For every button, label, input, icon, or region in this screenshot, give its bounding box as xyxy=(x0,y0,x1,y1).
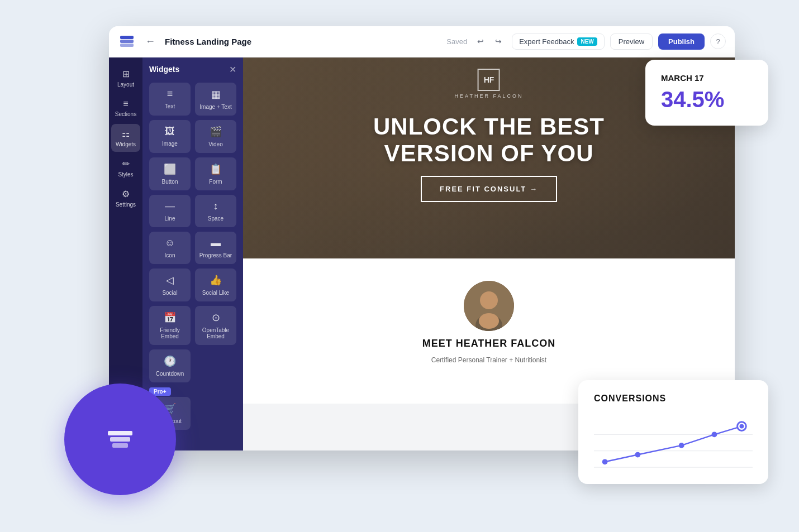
social-like-widget-label: Social Like xyxy=(202,290,229,296)
countdown-widget-label: Countdown xyxy=(156,371,184,377)
widgets-panel-title: Widgets xyxy=(149,65,179,74)
widget-form[interactable]: 📋 Form xyxy=(195,157,236,190)
brand-logo: HF HEATHER FALCON xyxy=(455,69,524,99)
expert-feedback-label: Expert Feedback xyxy=(519,37,574,46)
sidebar-item-styles[interactable]: ✏ Styles xyxy=(111,154,140,182)
svg-rect-2 xyxy=(120,36,134,39)
layer-3 xyxy=(112,443,128,448)
form-widget-icon: 📋 xyxy=(210,163,222,175)
conversions-chart-svg xyxy=(594,415,753,471)
icon-widget-icon: ☺ xyxy=(165,237,175,249)
opentable-widget-label: OpenTable Embed xyxy=(198,327,233,339)
line-widget-label: Line xyxy=(165,215,175,222)
trainer-avatar-image xyxy=(464,281,514,331)
svg-point-13 xyxy=(712,432,717,437)
sections-icon: ≡ xyxy=(123,99,128,109)
widgets-close-button[interactable]: ✕ xyxy=(229,64,236,75)
widget-icon[interactable]: ☺ Icon xyxy=(149,232,191,264)
widget-image[interactable]: 🖼 Image xyxy=(149,120,191,153)
sidebar-label-settings: Settings xyxy=(116,202,136,208)
trainer-avatar xyxy=(464,281,514,331)
layout-icon: ⊞ xyxy=(122,69,130,79)
new-badge: NEW xyxy=(577,37,597,46)
widget-text[interactable]: ≡ Text xyxy=(149,83,191,116)
saved-status: Saved xyxy=(446,37,467,46)
card-conversions: CONVERSIONS xyxy=(578,380,768,484)
top-bar: ← Fitness Landing Page Saved ↩ ↪ Expert … xyxy=(109,26,735,57)
video-widget-icon: 🎬 xyxy=(210,126,222,138)
hero-headline-line2: VERSION OF YOU xyxy=(373,140,605,167)
back-button[interactable]: ← xyxy=(142,33,158,49)
hero-headline-line1: UNLOCK THE BEST xyxy=(373,113,605,140)
widget-social-like[interactable]: 👍 Social Like xyxy=(195,269,236,301)
widget-opentable[interactable]: ⊙ OpenTable Embed xyxy=(195,306,236,345)
card-march-date: MARCH 17 xyxy=(661,73,753,83)
countdown-widget-icon: 🕐 xyxy=(164,355,176,367)
layer-1 xyxy=(108,431,132,435)
image-widget-icon: 🖼 xyxy=(165,126,175,137)
brand-name: HEATHER FALCON xyxy=(455,93,524,99)
progress-bar-widget-label: Progress Bar xyxy=(199,252,232,258)
hero-cta-button[interactable]: FREE FIT CONSULT → xyxy=(421,176,557,202)
text-widget-icon: ≡ xyxy=(167,88,173,100)
sidebar-item-sections[interactable]: ≡ Sections xyxy=(111,94,140,122)
friendly-embed-widget-icon: 📅 xyxy=(164,311,176,324)
friendly-embed-widget-label: Friendly Embed xyxy=(153,327,187,339)
icon-widget-label: Icon xyxy=(165,252,175,258)
widget-button[interactable]: ⬜ Button xyxy=(149,157,191,190)
svg-point-15 xyxy=(739,424,744,428)
widgets-icon: ⚏ xyxy=(122,128,130,139)
brand-initials: HF xyxy=(478,69,500,91)
video-widget-label: Video xyxy=(208,141,222,147)
widget-video[interactable]: 🎬 Video xyxy=(195,120,236,153)
widget-progress-bar[interactable]: ▬ Progress Bar xyxy=(195,232,236,264)
sidebar-label-sections: Sections xyxy=(115,111,136,117)
logo-layers-icon xyxy=(108,431,132,448)
space-widget-icon: ↕ xyxy=(213,200,218,212)
widget-line[interactable]: — Line xyxy=(149,195,191,227)
widget-social[interactable]: ◁ Social xyxy=(149,269,191,301)
svg-point-4 xyxy=(480,291,498,309)
svg-rect-1 xyxy=(120,40,134,43)
widgets-panel: Widgets ✕ ≡ Text ▦ Image + Text 🖼 Image xyxy=(142,57,243,450)
redo-button[interactable]: ↪ xyxy=(491,33,506,49)
help-button[interactable]: ? xyxy=(710,33,726,49)
space-widget-label: Space xyxy=(208,215,223,222)
meet-trainer-name: MEET HEATHER FALCON xyxy=(422,338,556,349)
card-march-value: 34.5% xyxy=(661,87,753,112)
social-like-widget-icon: 👍 xyxy=(210,274,222,286)
widget-image-text[interactable]: ▦ Image + Text xyxy=(195,83,236,116)
styles-icon: ✏ xyxy=(122,159,130,169)
form-widget-label: Form xyxy=(209,179,222,185)
logo-stack-icon xyxy=(118,32,136,50)
sidebar-item-settings[interactable]: ⚙ Settings xyxy=(111,184,140,212)
svg-rect-0 xyxy=(120,44,134,47)
page-title: Fitness Landing Page xyxy=(165,37,251,46)
card-conversions-title: CONVERSIONS xyxy=(594,394,753,404)
scene: ← Fitness Landing Page Saved ↩ ↪ Expert … xyxy=(64,26,735,506)
widget-space[interactable]: ↕ Space xyxy=(195,195,236,227)
sidebar-label-styles: Styles xyxy=(118,171,133,178)
svg-point-6 xyxy=(479,313,499,329)
pro-badge-row: Pro+ xyxy=(149,386,236,396)
sidebar-item-widgets[interactable]: ⚏ Widgets xyxy=(111,124,140,152)
brand-logo-circle xyxy=(64,384,176,495)
publish-button[interactable]: Publish xyxy=(658,33,705,50)
conversions-chart xyxy=(594,415,753,471)
sidebar-label-layout: Layout xyxy=(117,82,134,88)
expert-feedback-button[interactable]: Expert Feedback NEW xyxy=(512,33,605,50)
svg-point-11 xyxy=(635,452,640,457)
preview-button[interactable]: Preview xyxy=(610,33,653,50)
undo-button[interactable]: ↩ xyxy=(473,33,488,49)
meet-trainer-title: Certified Personal Trainer + Nutritionis… xyxy=(431,356,546,364)
widget-friendly-embed[interactable]: 📅 Friendly Embed xyxy=(149,306,191,345)
widget-countdown[interactable]: 🕐 Countdown xyxy=(149,349,191,382)
sidebar-item-layout[interactable]: ⊞ Layout xyxy=(111,64,140,92)
app-logo xyxy=(118,32,136,50)
svg-point-10 xyxy=(602,459,608,464)
svg-point-12 xyxy=(679,443,684,448)
sidebar-label-widgets: Widgets xyxy=(116,141,136,147)
widgets-grid: ≡ Text ▦ Image + Text 🖼 Image 🎬 Video xyxy=(149,83,236,382)
settings-icon: ⚙ xyxy=(122,189,130,199)
card-march: MARCH 17 34.5% xyxy=(645,60,768,126)
